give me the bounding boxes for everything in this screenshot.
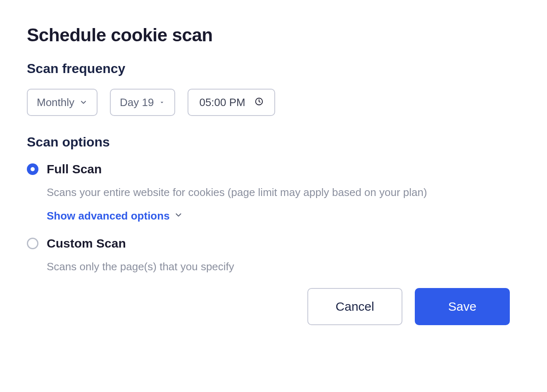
full-scan-option: Full Scan Scans your entire website for …	[27, 162, 520, 222]
full-scan-description: Scans your entire website for cookies (p…	[47, 185, 520, 200]
frequency-controls: Monthly Day 19 05:00 PM	[27, 89, 520, 116]
scan-options-heading: Scan options	[27, 135, 520, 150]
chevron-down-icon	[174, 210, 183, 222]
full-scan-label: Full Scan	[47, 162, 102, 176]
clock-icon	[254, 97, 264, 108]
page-title: Schedule cookie scan	[27, 25, 520, 45]
time-select[interactable]: 05:00 PM	[188, 89, 275, 116]
dialog-footer: Cancel Save	[27, 288, 520, 325]
advanced-options-label: Show advanced options	[47, 210, 170, 222]
interval-value: Monthly	[37, 97, 74, 108]
full-scan-radio[interactable]	[27, 163, 38, 175]
save-button[interactable]: Save	[415, 288, 510, 325]
time-value: 05:00 PM	[199, 97, 245, 108]
custom-scan-label: Custom Scan	[47, 236, 126, 250]
custom-scan-option: Custom Scan Scans only the page(s) that …	[27, 236, 520, 274]
radio-dot-icon	[31, 167, 35, 171]
custom-scan-radio[interactable]	[27, 238, 38, 249]
interval-select[interactable]: Monthly	[27, 89, 98, 116]
caret-down-icon	[159, 99, 165, 106]
day-value: Day 19	[120, 97, 154, 108]
day-select[interactable]: Day 19	[110, 89, 175, 116]
cancel-button[interactable]: Cancel	[307, 288, 402, 325]
custom-scan-description: Scans only the page(s) that you specify	[47, 260, 520, 274]
scan-frequency-heading: Scan frequency	[27, 61, 520, 76]
chevron-down-icon	[79, 98, 88, 106]
show-advanced-options-link[interactable]: Show advanced options	[47, 210, 183, 222]
